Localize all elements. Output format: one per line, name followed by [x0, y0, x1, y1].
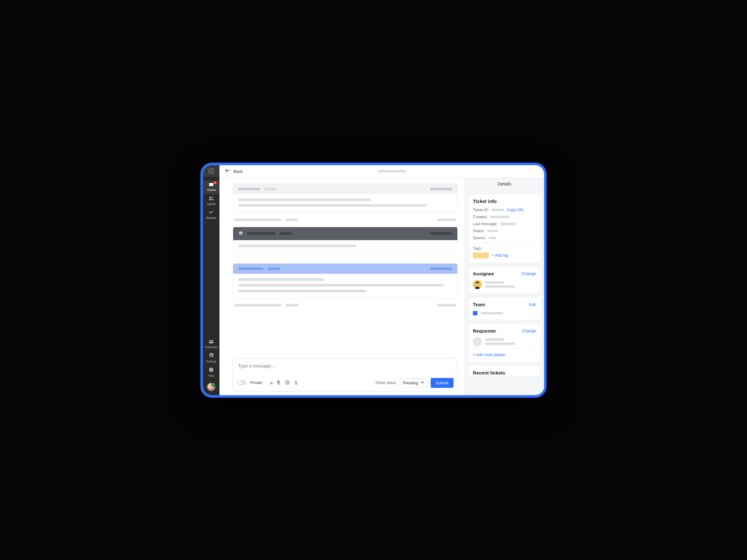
emoji-icon[interactable] [285, 380, 290, 386]
sidebar-item-tickets[interactable]: 3 Tickets [203, 180, 220, 194]
sidebar-settings[interactable]: Settings [206, 351, 216, 365]
requester-title: Requester [473, 328, 496, 333]
svg-rect-0 [209, 169, 213, 173]
app-logo[interactable] [203, 165, 220, 177]
svg-point-12 [288, 382, 288, 382]
user-avatar[interactable] [207, 382, 216, 391]
requester-avatar[interactable] [473, 337, 482, 346]
ticket-status-label: Ticket status [375, 381, 396, 385]
svg-point-2 [211, 197, 213, 198]
assignee-change-link[interactable]: Change [521, 271, 536, 276]
topbar: Back [220, 165, 544, 178]
last-message-label: Last message: [473, 222, 498, 226]
tags-label: Tags: [473, 246, 482, 251]
message-card-blue [233, 263, 458, 298]
tag-pill[interactable] [473, 253, 489, 258]
sidebar-item-label: Tickets [207, 188, 216, 192]
sidebar-subscribe[interactable]: Subscribe [205, 338, 217, 351]
source-label: Source: [473, 236, 486, 240]
conversation-thread: Private # Ticket status [220, 178, 465, 395]
message-card [233, 184, 458, 213]
svg-rect-13 [294, 384, 297, 384]
sidebar: 3 Tickets Agents Reports Subscribe [203, 165, 220, 395]
back-arrow-icon[interactable] [225, 168, 230, 174]
reports-icon [203, 210, 220, 215]
svg-rect-7 [238, 232, 243, 233]
message-card-dark [233, 227, 458, 253]
status-label: Status: [473, 229, 485, 233]
ticket-id-label: Ticket ID: [473, 208, 489, 212]
check-square-icon [208, 168, 214, 174]
add-tag-link[interactable]: + Add tag [492, 253, 508, 258]
incognito-icon [238, 231, 243, 236]
requester-card: Requester Change + Add more people [468, 323, 541, 362]
private-label: Private [250, 381, 262, 385]
svg-point-11 [286, 382, 287, 382]
message-composer: Private # Ticket status [233, 358, 458, 391]
attachment-icon[interactable] [277, 380, 281, 386]
back-label[interactable]: Back [233, 169, 243, 174]
svg-rect-4 [209, 341, 213, 342]
sidebar-item-label: Reports [206, 216, 216, 220]
requester-change-link[interactable]: Change [521, 328, 536, 333]
add-people-link[interactable]: + Add more people [473, 353, 505, 357]
details-title: Details [465, 178, 544, 190]
submit-button[interactable]: Submit [431, 378, 454, 388]
hashtag-icon[interactable]: # [270, 380, 273, 386]
sidebar-item-label: Agents [207, 202, 216, 205]
meta-row [233, 217, 458, 222]
ticket-info-title: Ticket info [473, 199, 536, 204]
ticket-info-card: Ticket info Ticket ID: Copy URL Created:… [468, 194, 541, 263]
assignee-title: Assignee [473, 271, 494, 276]
sidebar-item-agents[interactable]: Agents [203, 194, 220, 208]
help-icon: ? [208, 367, 214, 373]
team-card: Team Edit [468, 297, 541, 320]
svg-point-9 [241, 233, 242, 235]
svg-point-8 [239, 233, 240, 235]
ticket-icon [203, 182, 220, 187]
ticket-badge: 3 [213, 181, 217, 184]
format-icon[interactable] [294, 380, 298, 386]
team-edit-link[interactable]: Edit [529, 302, 536, 307]
assignee-avatar[interactable] [473, 280, 482, 289]
gear-icon [206, 353, 216, 359]
separator [266, 380, 266, 386]
meta-row [233, 303, 458, 308]
svg-text:?: ? [210, 368, 212, 371]
private-toggle[interactable] [237, 380, 247, 385]
message-input[interactable] [237, 361, 454, 376]
card-icon [205, 339, 217, 345]
sidebar-item-reports[interactable]: Reports [203, 208, 220, 222]
svg-point-10 [285, 381, 289, 384]
created-label: Created: [473, 215, 488, 219]
recent-tickets-card: Recent tickets [468, 365, 541, 377]
recent-tickets-title: Recent tickets [473, 370, 505, 376]
chevron-down-icon [421, 381, 424, 384]
svg-point-1 [210, 196, 211, 198]
topbar-title-placeholder [378, 170, 406, 173]
copy-url-link[interactable]: Copy URL [507, 208, 524, 212]
agents-icon [203, 196, 220, 201]
team-title: Team [473, 302, 485, 307]
sidebar-help[interactable]: ? Help [208, 365, 214, 380]
details-panel: Details Ticket info Ticket ID: Copy URL … [465, 178, 544, 395]
team-color-icon [473, 311, 478, 315]
ticket-status-dropdown[interactable]: Pending [400, 378, 428, 387]
assignee-card: Assignee Change [468, 266, 541, 294]
